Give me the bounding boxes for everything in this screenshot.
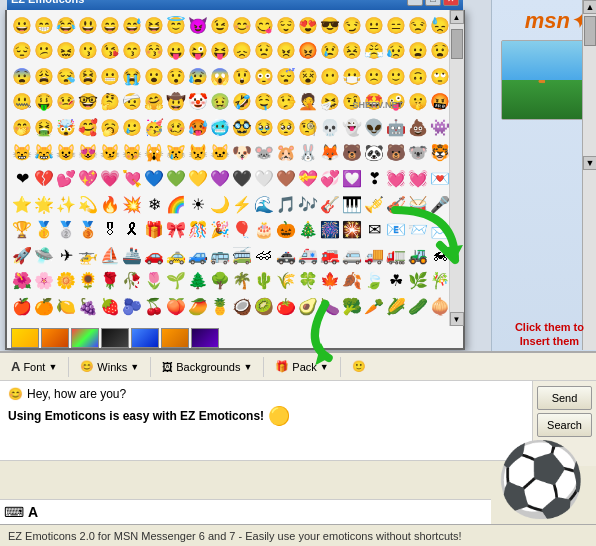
emoji-cell[interactable]: 😽 bbox=[121, 142, 143, 164]
emoji-cell[interactable]: 🐹 bbox=[275, 142, 297, 164]
emoji-cell[interactable]: 🥈 bbox=[55, 219, 77, 241]
bg-thumb-3[interactable] bbox=[71, 328, 99, 348]
emoji-cell[interactable]: 👻 bbox=[341, 116, 363, 138]
emoji-cell[interactable]: 🤑 bbox=[33, 91, 55, 113]
emoji-cell[interactable]: 😫 bbox=[77, 65, 99, 87]
emoji-cell[interactable]: 😲 bbox=[231, 65, 253, 87]
emoji-cell[interactable]: 🍋 bbox=[55, 295, 77, 317]
scroll-thumb[interactable] bbox=[584, 16, 596, 46]
emoji-cell[interactable]: 🤎 bbox=[275, 167, 297, 189]
emoji-cell[interactable]: 🥇 bbox=[33, 219, 55, 241]
emoji-cell[interactable]: 🥲 bbox=[121, 116, 143, 138]
emoji-cell[interactable]: ❤ bbox=[11, 167, 33, 189]
emoji-cell[interactable]: 🥕 bbox=[363, 295, 385, 317]
emoji-cell[interactable]: 🥹 bbox=[253, 116, 275, 138]
emoji-cell[interactable]: 🎇 bbox=[341, 219, 363, 241]
emoji-cell[interactable]: 😵 bbox=[297, 65, 319, 87]
emoji-cell[interactable]: 🍃 bbox=[363, 270, 385, 292]
emoji-cell[interactable]: 🌸 bbox=[33, 270, 55, 292]
emoji-cell[interactable]: 🤐 bbox=[11, 91, 33, 113]
emoji-cell[interactable]: 😇 bbox=[165, 14, 187, 36]
emoji-cell[interactable]: 😆 bbox=[143, 14, 165, 36]
emoji-cell[interactable]: 🌺 bbox=[11, 270, 33, 292]
emoji-cell[interactable]: 🍇 bbox=[77, 295, 99, 317]
emoji-cell[interactable]: 🚕 bbox=[165, 244, 187, 266]
emoji-cell[interactable]: 😙 bbox=[121, 40, 143, 62]
scroll-up-btn[interactable]: ▲ bbox=[583, 0, 596, 14]
emoji-cell[interactable]: ✉ bbox=[363, 219, 385, 241]
emoji-cell[interactable]: 💟 bbox=[341, 167, 363, 189]
emoji-cell[interactable]: 😶 bbox=[319, 65, 341, 87]
emoji-cell[interactable]: 💌 bbox=[429, 167, 451, 189]
emoji-cell[interactable]: 💜 bbox=[209, 167, 231, 189]
emoji-cell[interactable]: 🙃 bbox=[407, 65, 429, 87]
emoji-cell[interactable]: 🚌 bbox=[209, 244, 231, 266]
emoji-cell[interactable]: ⭐ bbox=[11, 193, 33, 215]
emoji-cell[interactable]: 🌊 bbox=[253, 193, 275, 215]
emoji-cell[interactable]: 🤔 bbox=[99, 91, 121, 113]
emoji-cell[interactable]: 🚢 bbox=[121, 244, 143, 266]
emoji-cell[interactable]: 😖 bbox=[55, 40, 77, 62]
emoji-cell[interactable]: 😸 bbox=[11, 142, 33, 164]
emoji-cell[interactable]: 👾 bbox=[429, 116, 451, 138]
emoji-cell[interactable]: 😯 bbox=[165, 65, 187, 87]
emoji-cell[interactable]: 🎗 bbox=[121, 219, 143, 241]
emoji-cell[interactable]: 🥰 bbox=[77, 116, 99, 138]
emoji-cell[interactable]: ☀ bbox=[187, 193, 209, 215]
emoji-cell[interactable]: 🙁 bbox=[363, 65, 385, 87]
emoji-cell[interactable]: 🐱 bbox=[209, 142, 231, 164]
emoji-cell[interactable]: 🌙 bbox=[209, 193, 231, 215]
emoji-cell[interactable]: 🫐 bbox=[121, 295, 143, 317]
emoji-cell[interactable]: 🚙 bbox=[187, 244, 209, 266]
emoji-cell[interactable]: 🏎 bbox=[253, 244, 275, 266]
emoji-cell[interactable]: 😿 bbox=[165, 142, 187, 164]
emoji-cell[interactable]: 🎉 bbox=[209, 219, 231, 241]
emoji-cell[interactable]: 🚁 bbox=[77, 244, 99, 266]
emoji-cell[interactable]: 🐨 bbox=[407, 142, 429, 164]
bg-thumb-2[interactable] bbox=[41, 328, 69, 348]
emoji-cell[interactable]: ✨ bbox=[55, 193, 77, 215]
emoji-cell[interactable]: 🍅 bbox=[275, 295, 297, 317]
right-scrollbar[interactable]: ▲ ▼ bbox=[582, 0, 596, 350]
emoji-cell[interactable]: 🤡 bbox=[187, 91, 209, 113]
emoji-cell[interactable]: 😨 bbox=[11, 65, 33, 87]
emoji-cell[interactable]: 😺 bbox=[55, 142, 77, 164]
emoji-cell[interactable]: 👽 bbox=[363, 116, 385, 138]
emoji-cell[interactable]: 🖤 bbox=[231, 167, 253, 189]
emoji-cell[interactable]: 😌 bbox=[275, 14, 297, 36]
emoji-cell[interactable]: 😴 bbox=[275, 65, 297, 87]
emoji-cell[interactable]: 🍎 bbox=[11, 295, 33, 317]
emoji-cell[interactable]: 💓 bbox=[407, 167, 429, 189]
emoji-cell[interactable]: 🚐 bbox=[341, 244, 363, 266]
emoji-cell[interactable]: 🚀 bbox=[11, 244, 33, 266]
emoji-cell[interactable]: 🎆 bbox=[319, 219, 341, 241]
emoji-cell[interactable]: 🎖 bbox=[99, 219, 121, 241]
bg-thumb-4[interactable] bbox=[101, 328, 129, 348]
emoji-cell[interactable]: 😄 bbox=[99, 14, 121, 36]
emoji-cell[interactable]: 💩 bbox=[407, 116, 429, 138]
emoji-cell[interactable]: 🤢 bbox=[209, 91, 231, 113]
emoji-cell[interactable]: 🍒 bbox=[143, 295, 165, 317]
emoji-cell[interactable]: 🌵 bbox=[253, 270, 275, 292]
emoji-cell[interactable]: 💕 bbox=[55, 167, 77, 189]
emoji-cell[interactable]: 🐻 bbox=[385, 142, 407, 164]
emoji-cell[interactable]: 🤍 bbox=[253, 167, 275, 189]
emoji-cell[interactable]: 🚓 bbox=[275, 244, 297, 266]
emoji-cell[interactable]: 🍓 bbox=[99, 295, 121, 317]
emoji-cell[interactable]: 🚎 bbox=[231, 244, 253, 266]
emoji-cell[interactable]: 🚗 bbox=[143, 244, 165, 266]
send-button[interactable]: Send bbox=[537, 386, 592, 410]
emoji-cell[interactable]: 😑 bbox=[385, 14, 407, 36]
scroll-down-btn[interactable]: ▼ bbox=[583, 156, 596, 170]
emoji-cell[interactable]: 😉 bbox=[209, 14, 231, 36]
emoji-cell[interactable]: 🤗 bbox=[143, 91, 165, 113]
emoji-cell[interactable]: 🚚 bbox=[363, 244, 385, 266]
emoji-cell[interactable]: 🙄 bbox=[429, 65, 451, 87]
emoji-cell[interactable]: 🌻 bbox=[77, 270, 99, 292]
emoji-cell[interactable]: 🌼 bbox=[55, 270, 77, 292]
emoji-cell[interactable]: 💙 bbox=[143, 167, 165, 189]
emoji-cell[interactable]: ❄ bbox=[143, 193, 165, 215]
emoji-cell[interactable]: 💓 bbox=[385, 167, 407, 189]
emoji-cell[interactable]: 🤭 bbox=[11, 116, 33, 138]
emoji-cell[interactable]: 🥴 bbox=[165, 116, 187, 138]
